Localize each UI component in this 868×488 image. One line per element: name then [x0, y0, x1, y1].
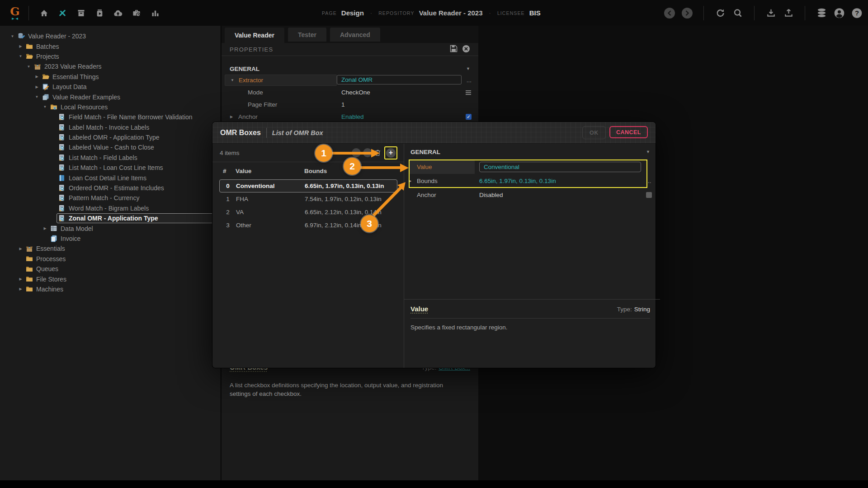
chevron-right-icon[interactable]: ▶ [17, 287, 24, 291]
chevron-right-icon[interactable]: ▶ [409, 179, 417, 183]
tree-item-zonal-omr-application-type[interactable]: Zonal OMR - Application Type [0, 213, 221, 223]
tree-item-local-resources[interactable]: ▼Local Resources [0, 102, 221, 112]
tasks-icon[interactable] [131, 7, 142, 19]
tree-item-processes[interactable]: Processes [0, 254, 221, 264]
tree-item-2023-value-readers[interactable]: ▼2023 Value Readers [0, 61, 221, 71]
tree-item-ordered-omr-estimate-includes[interactable]: Ordered OMR - Estimate Includes [0, 183, 221, 193]
download-icon[interactable] [765, 7, 777, 19]
extractor-value-input[interactable]: Zonal OMR [337, 75, 462, 84]
tree-item-label-match-invoice-labels[interactable]: Label Match - Invoice Labels [0, 122, 221, 132]
tree-item-loan-cost-detail-line-items[interactable]: Loan Cost Detail Line Items [0, 173, 221, 183]
tab-value-reader[interactable]: Value Reader [225, 28, 284, 43]
move-up-icon[interactable]: ▲ [352, 148, 361, 157]
ok-button[interactable]: OK [582, 126, 606, 139]
stats-icon[interactable] [149, 7, 161, 19]
upload-icon[interactable] [783, 7, 794, 19]
tree-item-list-match-field-labels[interactable]: List Match - Field Labels [0, 153, 221, 163]
save-icon[interactable] [450, 45, 458, 54]
general-section-header[interactable]: GENERAL ▼ [222, 63, 478, 75]
refresh-icon[interactable] [714, 7, 726, 19]
search-icon[interactable] [732, 7, 744, 19]
tree-item-value-reader-examples[interactable]: ▼Value Reader Examples [0, 92, 221, 102]
row-bounds: 6.65in, 2.12in, 0.13in, 0.14in [305, 209, 397, 216]
omr-box-row-conventional[interactable]: 0Conventional6.65in, 1.97in, 0.13in, 0.1… [219, 179, 397, 192]
chevron-down-icon[interactable]: ▼ [9, 34, 16, 38]
detail-row-bounds[interactable]: ▶Bounds 6.65in, 1.97in, 0.13in, 0.13in .… [404, 174, 660, 188]
property-row-page-filter[interactable]: Page Filter 1 [222, 99, 478, 111]
extractor-more-button[interactable]: ... [467, 77, 472, 84]
value-input[interactable]: Conventional [479, 162, 641, 172]
chevron-down-icon[interactable]: ▼ [646, 150, 650, 154]
omr-box-row-fha[interactable]: 1FHA7.54in, 1.97in, 0.12in, 0.13in [219, 192, 397, 206]
tree-item-word-match-bigram-labels[interactable]: Word Match - Bigram Labels [0, 203, 221, 213]
tree-item-value-reader-2023[interactable]: ▼Value Reader - 2023 [0, 31, 221, 41]
chevron-down-icon[interactable]: ▼ [25, 65, 32, 69]
bounds-value[interactable]: 6.65in, 1.97in, 0.13in, 0.13in [475, 178, 641, 184]
tree-item-list-match-loan-cost-line-items[interactable]: List Match - Loan Cost Line Items [0, 163, 221, 173]
chevron-right-icon[interactable]: ▶ [17, 247, 24, 251]
database-icon[interactable] [816, 7, 827, 19]
tree-item-file-stores[interactable]: ▶File Stores [0, 274, 221, 284]
forward-icon[interactable] [681, 7, 693, 19]
page-value[interactable]: Design [341, 9, 364, 17]
tree-item-label: Projects [36, 53, 59, 60]
chevron-right-icon[interactable]: ▶ [230, 115, 236, 119]
repository-value[interactable]: Value Reader - 2023 [419, 9, 483, 17]
back-icon[interactable] [664, 7, 675, 19]
page-filter-value[interactable]: 1 [341, 101, 345, 108]
general-section-header[interactable]: GENERAL ▼ [404, 144, 660, 160]
close-icon[interactable] [462, 45, 470, 54]
user-icon[interactable] [833, 7, 845, 19]
help-icon[interactable]: ? [851, 7, 863, 19]
tree-item-projects[interactable]: ▼Projects [0, 52, 221, 61]
tree-item-labeled-omr-application-type[interactable]: Labeled OMR - Application Type [0, 132, 221, 142]
tab-advanced[interactable]: Advanced [330, 28, 380, 42]
tree-item-pattern-match-currency[interactable]: Pattern Match - Currency [0, 193, 221, 203]
anchor-value[interactable]: Disabled [475, 192, 641, 198]
doc-search-icon [58, 205, 66, 212]
chevron-down-icon[interactable]: ▼ [33, 95, 40, 99]
chevron-down-icon[interactable]: ▼ [231, 78, 237, 82]
tools-icon[interactable] [57, 7, 68, 19]
mode-value[interactable]: CheckOne [341, 89, 370, 96]
tree-item-queues[interactable]: Queues [0, 264, 221, 274]
chevron-right-icon[interactable]: ▶ [17, 44, 24, 48]
cancel-button[interactable]: CANCEL [609, 126, 648, 138]
detail-row-value[interactable]: Value Conventional [404, 160, 660, 174]
tree-item-essential-things[interactable]: ▶Essential Things [0, 72, 221, 82]
tree-item-invoice[interactable]: Invoice [0, 234, 221, 244]
detail-row-anchor[interactable]: Anchor Disabled [404, 188, 660, 202]
grooper-logo[interactable]: G [6, 6, 24, 20]
tree-item-batches[interactable]: ▶Batches [0, 41, 221, 51]
tab-tester[interactable]: Tester [288, 28, 326, 42]
add-item-button[interactable]: + [386, 148, 396, 158]
help-title[interactable]: Value [410, 305, 428, 313]
home-icon[interactable] [38, 7, 50, 19]
tree-item-field-match-file-name-borrower-validation[interactable]: Field Match - File Name Borrower Validat… [0, 112, 221, 122]
chevron-down-icon[interactable]: ▼ [466, 66, 470, 71]
property-row-extractor[interactable]: ▼ Extractor Zonal OMR ... [222, 74, 478, 86]
tree-item-data-model[interactable]: ▶Data Model [0, 223, 221, 233]
chevron-right-icon[interactable]: ▶ [17, 277, 24, 281]
cloud-upload-icon[interactable] [112, 7, 124, 19]
chevron-right-icon[interactable]: ▶ [33, 85, 40, 89]
chevron-down-icon[interactable]: ▼ [17, 54, 24, 58]
anchor-checkbox-disabled[interactable] [646, 192, 652, 198]
bounds-more-button[interactable]: ... [641, 178, 656, 184]
property-row-anchor[interactable]: ▶ Anchor Enabled ✓ [222, 111, 478, 123]
move-down-icon[interactable]: ▼ [363, 148, 372, 157]
chevron-right-icon[interactable]: ▶ [33, 75, 40, 79]
tree-item-labeled-value-cash-to-close[interactable]: Labeled Value - Cash to Close [0, 142, 221, 152]
anchor-value[interactable]: Enabled [341, 113, 364, 120]
anchor-checkbox-checked[interactable]: ✓ [466, 114, 472, 120]
delete-icon[interactable] [374, 149, 381, 156]
run-batch-icon[interactable] [94, 7, 105, 19]
tree-item-machines[interactable]: ▶Machines [0, 284, 221, 294]
property-row-mode[interactable]: Mode CheckOne [222, 86, 478, 99]
archive-icon[interactable] [75, 7, 87, 19]
tree-item-layout-data[interactable]: ▶Layout Data [0, 82, 221, 92]
menu-icon[interactable] [465, 90, 472, 95]
chevron-down-icon[interactable]: ▼ [42, 105, 48, 109]
chevron-right-icon[interactable]: ▶ [42, 226, 48, 230]
tree-item-essentials[interactable]: ▶Essentials [0, 244, 221, 253]
